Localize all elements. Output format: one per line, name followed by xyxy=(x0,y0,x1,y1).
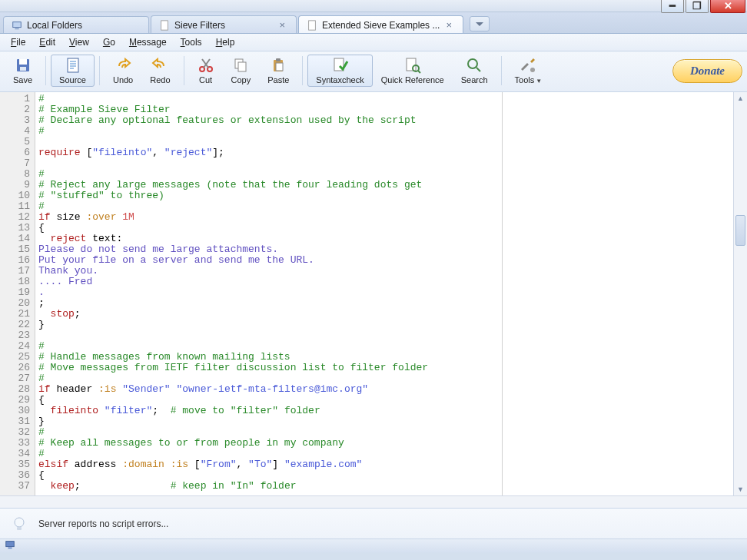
redo-button[interactable]: Redo xyxy=(141,55,178,87)
window-maximize-button[interactable]: ❐ xyxy=(686,0,709,13)
tab-label: Local Folders xyxy=(27,20,139,31)
undo-button[interactable]: Undo xyxy=(105,55,141,87)
search-button[interactable]: Search xyxy=(453,55,496,87)
tab-bar: Local Folders Sieve Filters × Extended S… xyxy=(0,12,747,34)
copy-button[interactable]: Copy xyxy=(223,55,260,87)
menu-bar: File Edit View Go Message Tools Help xyxy=(0,34,747,51)
window-minimize-button[interactable]: ━ xyxy=(661,0,684,13)
svg-rect-2 xyxy=(161,20,168,29)
scroll-thumb[interactable] xyxy=(735,215,745,246)
syntaxcheck-icon xyxy=(332,57,349,74)
window-close-button[interactable]: ✕ xyxy=(710,0,745,13)
source-button[interactable]: Source xyxy=(51,55,95,87)
menu-message[interactable]: Message xyxy=(123,35,173,49)
menu-file[interactable]: File xyxy=(5,35,32,49)
vertical-scrollbar[interactable]: ▲ ▼ xyxy=(733,92,747,495)
svg-rect-7 xyxy=(68,58,78,72)
titlebar: ━ ❐ ✕ xyxy=(0,0,747,12)
scroll-down-icon[interactable]: ▼ xyxy=(734,483,747,495)
separator xyxy=(501,56,502,85)
tab-label: Sieve Filters xyxy=(174,20,273,31)
svg-rect-20 xyxy=(276,63,283,71)
separator xyxy=(99,56,100,85)
save-button[interactable]: Save xyxy=(5,55,41,87)
search-icon xyxy=(466,57,483,74)
svg-point-25 xyxy=(468,59,477,68)
menu-go[interactable]: Go xyxy=(97,35,121,49)
document-icon xyxy=(159,20,170,31)
undo-icon xyxy=(115,57,131,74)
svg-rect-0 xyxy=(13,22,22,28)
separator xyxy=(302,56,303,85)
svg-rect-22 xyxy=(407,58,416,71)
quickref-button[interactable]: Quick Reference xyxy=(373,55,453,87)
menu-view[interactable]: View xyxy=(63,35,95,49)
status-bar: Server reports no script errors... xyxy=(0,508,747,538)
new-tab-button[interactable] xyxy=(470,16,490,31)
line-gutter: 1234567891011121314151617181920212223242… xyxy=(0,92,35,495)
quickref-icon xyxy=(404,57,421,74)
svg-point-27 xyxy=(530,68,535,72)
computer-icon xyxy=(12,20,22,31)
tools-button[interactable]: Tools▼ xyxy=(506,55,551,87)
tools-icon xyxy=(520,57,536,74)
paste-icon xyxy=(270,57,287,74)
tab-local-folders[interactable]: Local Folders xyxy=(3,16,149,33)
donate-button[interactable]: Donate xyxy=(672,59,742,83)
tab-sieve-filters[interactable]: Sieve Filters × xyxy=(151,15,297,33)
paste-button[interactable]: Paste xyxy=(259,55,297,87)
lightbulb-icon xyxy=(11,515,28,532)
code-editor[interactable]: ## Example Sieve Filter# Declare any opt… xyxy=(35,92,503,495)
svg-rect-1 xyxy=(15,28,18,30)
toolbar: Save Source Undo Redo Cut Copy Paste Syn… xyxy=(0,51,747,92)
cut-button[interactable]: Cut xyxy=(189,55,223,87)
svg-rect-30 xyxy=(6,542,15,547)
side-panel xyxy=(503,92,733,495)
editor-area: 1234567891011121314151617181920212223242… xyxy=(0,92,747,495)
footer-bar xyxy=(0,538,747,552)
menu-tools[interactable]: Tools xyxy=(174,35,208,49)
svg-rect-3 xyxy=(309,20,316,29)
save-icon xyxy=(15,57,32,74)
svg-rect-5 xyxy=(19,59,27,65)
horizontal-scrollbar[interactable] xyxy=(0,495,747,508)
separator xyxy=(184,56,184,85)
svg-rect-31 xyxy=(8,548,12,549)
copy-icon xyxy=(232,57,249,74)
status-message: Server reports no script errors... xyxy=(38,519,168,529)
source-icon xyxy=(65,57,81,74)
scroll-up-icon[interactable]: ▲ xyxy=(734,92,747,104)
separator xyxy=(45,56,46,85)
svg-line-24 xyxy=(418,71,420,73)
svg-rect-17 xyxy=(238,62,246,71)
syntaxcheck-button[interactable]: Syntaxcheck xyxy=(307,55,372,87)
menu-edit[interactable]: Edit xyxy=(33,35,61,49)
svg-point-28 xyxy=(15,518,24,527)
tab-close-icon[interactable]: × xyxy=(444,19,453,31)
redo-icon xyxy=(151,57,168,74)
document-icon xyxy=(307,20,317,31)
tab-extended-examples[interactable]: Extended Sieve Examples ... × xyxy=(298,15,463,33)
svg-rect-29 xyxy=(17,527,22,530)
menu-help[interactable]: Help xyxy=(210,35,241,49)
svg-line-26 xyxy=(476,68,480,71)
cut-icon xyxy=(198,57,214,74)
tab-close-icon[interactable]: × xyxy=(277,19,287,31)
svg-rect-6 xyxy=(20,67,26,71)
tab-label: Extended Sieve Examples ... xyxy=(322,20,440,31)
computer-icon xyxy=(5,539,15,552)
svg-rect-19 xyxy=(276,58,281,61)
